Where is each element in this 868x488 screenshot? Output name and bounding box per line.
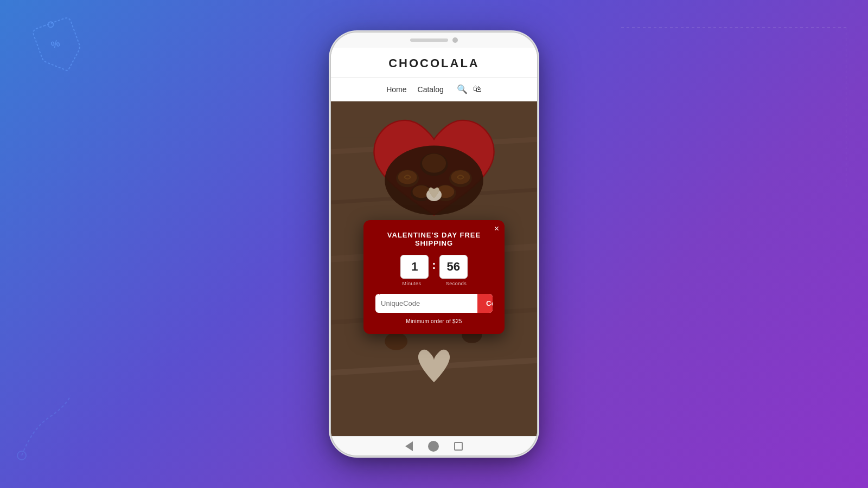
nav-home[interactable]: Home (386, 85, 406, 94)
popup-close-button[interactable]: × (494, 224, 499, 233)
phone-frame: CHOCOLALA Home Catalog 🔍 🛍 (331, 33, 537, 455)
timer-seconds: 56 (439, 255, 468, 279)
copy-button[interactable]: Copy (477, 294, 493, 313)
popup-overlay: × VALENTINE'S DAY FREE SHIPPING 1 : 56 M… (331, 101, 537, 436)
back-button[interactable] (405, 441, 413, 451)
site-nav: Home Catalog 🔍 🛍 (331, 78, 537, 101)
popup-card: × VALENTINE'S DAY FREE SHIPPING 1 : 56 M… (363, 220, 505, 334)
coupon-row: ✕ Copy (375, 294, 493, 313)
cart-icon[interactable]: 🛍 (473, 84, 482, 94)
coupon-x-icon: ✕ (376, 294, 381, 296)
timer-minutes: 1 (400, 255, 429, 279)
phone-bottom-bar (331, 436, 537, 455)
phone-top-bar (331, 33, 537, 48)
bottom-left-decoration (5, 385, 87, 472)
home-button[interactable] (428, 441, 439, 452)
site-header: CHOCOLALA Home Catalog 🔍 🛍 (331, 48, 537, 101)
coupon-input[interactable] (375, 294, 477, 313)
phone-screen: CHOCOLALA Home Catalog 🔍 🛍 (331, 48, 537, 436)
search-icon[interactable]: 🔍 (457, 84, 468, 94)
recents-button[interactable] (454, 442, 463, 451)
phone-mockup: CHOCOLALA Home Catalog 🔍 🛍 (331, 33, 537, 455)
tag-decoration: % (22, 11, 98, 81)
phone-camera (452, 37, 458, 43)
phone-speaker (410, 38, 448, 42)
timer-colon: : (432, 258, 436, 272)
nav-icons: 🔍 🛍 (457, 84, 482, 94)
nav-catalog[interactable]: Catalog (418, 85, 444, 94)
minimum-order-text: Minimum order of $25 (375, 318, 493, 324)
seconds-label: Seconds (442, 281, 470, 286)
hero-image: × VALENTINE'S DAY FREE SHIPPING 1 : 56 M… (331, 101, 537, 436)
svg-point-0 (47, 21, 54, 28)
svg-text:%: % (49, 37, 61, 50)
timer-label-spacer (429, 281, 439, 286)
popup-title: VALENTINE'S DAY FREE SHIPPING (375, 231, 493, 247)
timer-row: 1 : 56 (375, 255, 493, 279)
timer-labels: Minutes Seconds (375, 281, 493, 286)
site-logo: CHOCOLALA (331, 56, 537, 78)
minutes-label: Minutes (398, 281, 426, 286)
top-right-dashed (618, 27, 846, 201)
main-content: × VALENTINE'S DAY FREE SHIPPING 1 : 56 M… (331, 101, 537, 436)
